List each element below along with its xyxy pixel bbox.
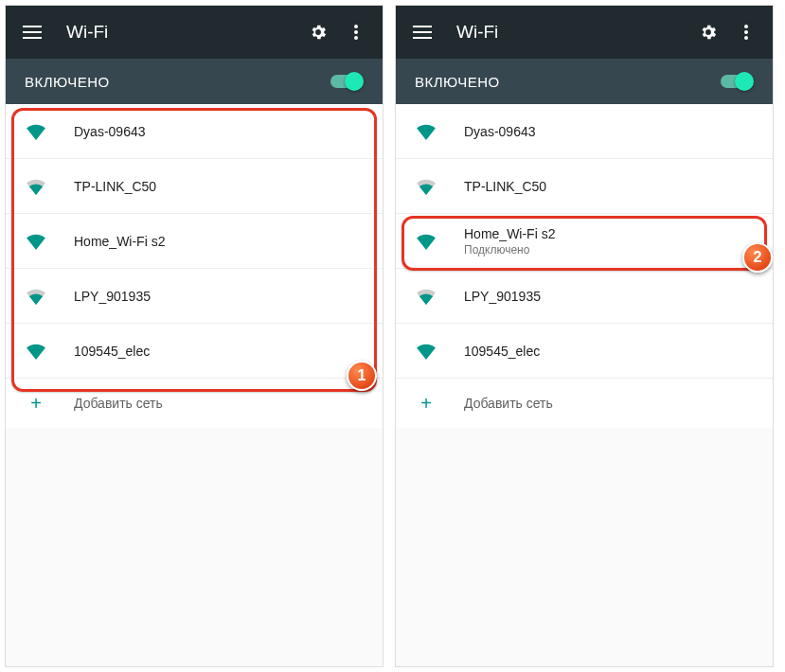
svg-point-1 [354, 30, 358, 34]
svg-point-0 [354, 25, 358, 28]
wifi-signal-icon [25, 343, 47, 360]
appbar-title: Wi-Fi [441, 22, 689, 43]
add-network-item[interactable]: + Добавить сеть [396, 379, 773, 428]
wifi-signal-icon [415, 123, 437, 140]
network-item-connected[interactable]: Home_Wi-Fi s2 Подключено [396, 214, 773, 269]
wifi-switch[interactable] [720, 72, 754, 91]
network-name: TP-LINK_C50 [74, 179, 156, 194]
network-item[interactable]: Home_Wi-Fi s2 [6, 214, 383, 269]
wifi-switch[interactable] [330, 72, 364, 91]
network-list: Dyas-09643 TP-LINK_C50 Home_Wi-Fi s2 LPY… [6, 104, 383, 428]
svg-point-3 [744, 25, 748, 28]
wifi-toggle-row[interactable]: ВКЛЮЧЕНО [6, 59, 383, 104]
network-name: Dyas-09643 [464, 124, 536, 139]
wifi-signal-icon [25, 233, 47, 250]
plus-icon: + [415, 393, 437, 415]
network-name: Home_Wi-Fi s2 [74, 234, 165, 249]
screen-2: Wi-Fi ВКЛЮЧЕНО Dyas-09643 TP-LINK_C50 [395, 5, 774, 667]
network-item[interactable]: Dyas-09643 [6, 104, 383, 159]
network-name: Home_Wi-Fi s2 [464, 226, 555, 241]
wifi-toggle-row[interactable]: ВКЛЮЧЕНО [396, 59, 773, 104]
svg-point-4 [744, 30, 748, 34]
menu-icon[interactable] [13, 13, 51, 51]
add-network-label: Добавить сеть [464, 396, 553, 411]
network-name: LPY_901935 [464, 289, 541, 304]
wifi-signal-icon [415, 178, 437, 195]
svg-point-5 [744, 36, 748, 40]
add-network-label: Добавить сеть [74, 396, 163, 411]
network-item[interactable]: Dyas-09643 [396, 104, 773, 159]
network-item[interactable]: TP-LINK_C50 [396, 159, 773, 214]
wifi-signal-icon [25, 123, 47, 140]
wifi-signal-icon [415, 233, 437, 250]
add-network-item[interactable]: + Добавить сеть [6, 379, 383, 428]
network-item[interactable]: LPY_901935 [6, 269, 383, 324]
toggle-label: ВКЛЮЧЕНО [25, 74, 330, 90]
wifi-signal-icon [415, 343, 437, 360]
more-icon[interactable] [727, 13, 765, 51]
gear-icon[interactable] [299, 13, 337, 51]
network-item[interactable]: TP-LINK_C50 [6, 159, 383, 214]
network-name: Dyas-09643 [74, 124, 146, 139]
network-item[interactable]: LPY_901935 [396, 269, 773, 324]
gear-icon[interactable] [689, 13, 727, 51]
appbar: Wi-Fi [6, 6, 383, 59]
toggle-label: ВКЛЮЧЕНО [415, 74, 720, 90]
screen-1: Wi-Fi ВКЛЮЧЕНО Dyas-09643 TP-LINK_C50 [5, 5, 384, 667]
network-name: 109545_elec [74, 344, 150, 359]
network-item[interactable]: 109545_elec [6, 324, 383, 379]
network-status: Подключено [464, 243, 555, 256]
network-name: 109545_elec [464, 344, 540, 359]
more-icon[interactable] [337, 13, 375, 51]
plus-icon: + [25, 393, 47, 415]
appbar: Wi-Fi [396, 6, 773, 59]
network-item[interactable]: 109545_elec [396, 324, 773, 379]
wifi-signal-icon [25, 178, 47, 195]
network-list: Dyas-09643 TP-LINK_C50 Home_Wi-Fi s2 Под… [396, 104, 773, 428]
network-name: LPY_901935 [74, 289, 151, 304]
svg-point-2 [354, 36, 358, 40]
appbar-title: Wi-Fi [51, 22, 299, 43]
wifi-signal-icon [415, 288, 437, 305]
network-name: TP-LINK_C50 [464, 179, 546, 194]
menu-icon[interactable] [403, 13, 441, 51]
wifi-signal-icon [25, 288, 47, 305]
